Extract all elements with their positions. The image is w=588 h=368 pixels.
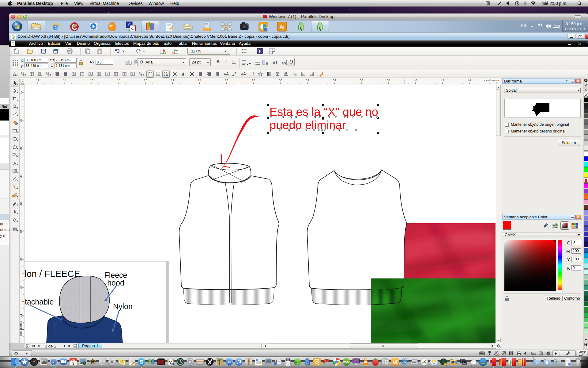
svg-text:40: 40 — [20, 91, 22, 94]
svg-text:hood: hood — [107, 278, 124, 287]
svg-text:38: 38 — [20, 119, 22, 122]
svg-text:36: 36 — [20, 147, 22, 150]
svg-text:TA: TA — [127, 30, 130, 32]
svg-text:C: C — [131, 26, 134, 31]
svg-text:40: 40 — [414, 79, 417, 82]
svg-text:A: A — [226, 71, 229, 76]
svg-text:12: 12 — [36, 79, 40, 82]
svg-text:G: G — [296, 363, 298, 366]
svg-text:30: 30 — [279, 79, 282, 82]
svg-text:lon / FLEECE: lon / FLEECE — [24, 269, 80, 279]
svg-text:16: 16 — [90, 79, 93, 82]
svg-text:28: 28 — [252, 79, 255, 82]
svg-text:30: 30 — [20, 230, 22, 234]
svg-text:34: 34 — [333, 79, 336, 82]
svg-text:A: A — [273, 60, 276, 65]
svg-text:18: 18 — [117, 79, 120, 82]
svg-text:24: 24 — [20, 314, 22, 317]
svg-text:Nylon: Nylon — [113, 302, 133, 311]
svg-text:34: 34 — [20, 174, 22, 178]
svg-text:44: 44 — [468, 79, 471, 82]
svg-text:S: S — [140, 359, 143, 365]
svg-text:hp: hp — [433, 364, 435, 366]
svg-text:14: 14 — [63, 79, 66, 82]
svg-text:20: 20 — [144, 79, 147, 82]
svg-text:Fleece: Fleece — [104, 271, 127, 279]
svg-text:A: A — [13, 161, 16, 166]
svg-text:centímetros: centímetros — [20, 321, 22, 336]
svg-text:Ai: Ai — [280, 24, 285, 29]
svg-text:tachable: tachable — [25, 297, 54, 306]
svg-text:28: 28 — [20, 258, 22, 262]
svg-text:24: 24 — [198, 79, 201, 82]
svg-text:26: 26 — [20, 286, 22, 289]
svg-text:26: 26 — [225, 79, 228, 82]
svg-text:36: 36 — [360, 79, 363, 82]
svg-text:3: 3 — [72, 361, 74, 366]
svg-text:e: e — [53, 21, 58, 32]
svg-text:32: 32 — [306, 79, 309, 82]
svg-text:centímetros: centímetros — [484, 79, 499, 82]
svg-text:38: 38 — [387, 79, 390, 82]
svg-text:A: A — [243, 71, 246, 76]
svg-text:ab: ab — [281, 61, 286, 65]
svg-text:WMV: WMV — [343, 361, 350, 364]
svg-text:42: 42 — [441, 79, 444, 82]
svg-text:A: A — [536, 361, 538, 365]
svg-text:a: a — [386, 361, 387, 364]
svg-text:JUL: JUL — [71, 359, 75, 361]
svg-text:22: 22 — [171, 79, 174, 82]
svg-text:G: G — [393, 360, 396, 365]
svg-text:32: 32 — [20, 202, 22, 206]
